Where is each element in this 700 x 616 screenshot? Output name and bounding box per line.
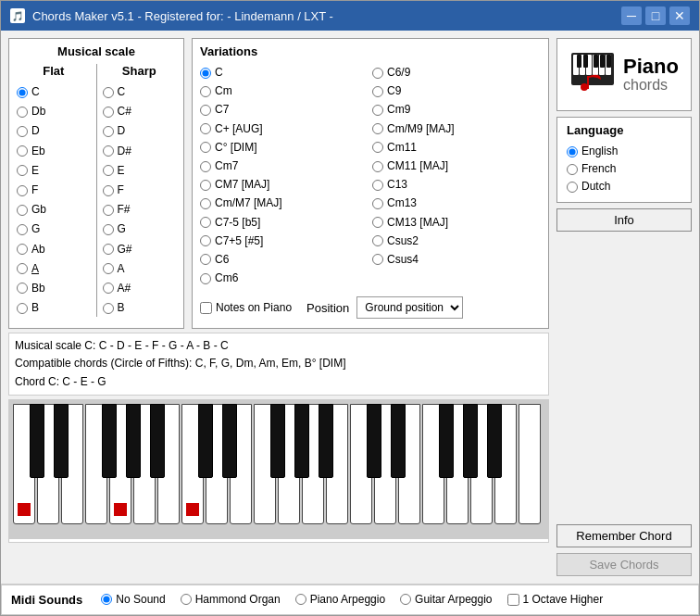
titlebar: 🎵 Chords Maker v5.1 - Registered for: - … xyxy=(1,1,699,31)
black-key-0[interactable] xyxy=(30,404,44,478)
titlebar-controls: ─ □ ✕ xyxy=(621,6,690,25)
var-c7[interactable]: C7 xyxy=(200,101,369,119)
midi-guitar-arp[interactable]: Guitar Arpeggio xyxy=(400,591,492,609)
lang-dutch[interactable]: Dutch xyxy=(567,178,681,195)
black-key-4[interactable] xyxy=(126,404,141,478)
var-cm6[interactable]: Cm6 xyxy=(200,270,369,287)
black-key-8[interactable] xyxy=(222,404,237,478)
piano-logo-big: Piano xyxy=(623,57,679,77)
sharp-d[interactable]: D xyxy=(103,122,177,140)
piano-logo-small: chords xyxy=(623,77,679,94)
variations-footer: Notes on Piano Position Ground position … xyxy=(200,293,541,322)
remember-chord-button[interactable]: Remember Chord xyxy=(556,524,692,547)
black-key-19[interactable] xyxy=(487,404,502,478)
sharp-as[interactable]: A# xyxy=(103,280,177,297)
minimize-button[interactable]: ─ xyxy=(621,6,642,25)
midi-hammond[interactable]: Hammond Organ xyxy=(181,591,281,609)
variations-box: Variations C Cm C7 C+ [AUG] C° [DIM] Cm7… xyxy=(192,38,549,329)
sharp-ds[interactable]: D# xyxy=(103,143,177,160)
info-button[interactable]: Info xyxy=(556,208,692,232)
flat-ab[interactable]: Ab xyxy=(17,241,91,258)
var-cmm9[interactable]: Cm/M9 [MAJ] xyxy=(372,120,541,138)
var-c7b5[interactable]: C7-5 [b5] xyxy=(200,214,369,232)
var-cmaj13[interactable]: CM13 [MAJ] xyxy=(372,214,541,232)
var-caug[interactable]: C+ [AUG] xyxy=(200,120,369,138)
var-cmm7[interactable]: Cm/M7 [MAJ] xyxy=(200,195,369,212)
musical-scale-title: Musical scale xyxy=(17,44,176,58)
sharp-g[interactable]: G xyxy=(103,220,177,238)
black-key-11[interactable] xyxy=(294,404,309,478)
var-csus4[interactable]: Csus4 xyxy=(372,251,541,269)
maximize-button[interactable]: □ xyxy=(645,6,666,25)
flat-bb[interactable]: Bb xyxy=(17,280,91,297)
var-cm11[interactable]: Cm11 xyxy=(372,139,541,157)
flat-gb[interactable]: Gb xyxy=(17,201,91,219)
midi-title: Midi Sounds xyxy=(11,593,82,607)
sharp-e[interactable]: E xyxy=(103,162,177,180)
var-c69[interactable]: C6/9 xyxy=(372,64,541,82)
sharp-b[interactable]: B xyxy=(103,299,177,317)
black-key-7[interactable] xyxy=(198,404,213,478)
lang-french[interactable]: French xyxy=(567,160,681,178)
var-cm7[interactable]: Cm7 xyxy=(200,157,369,175)
flat-b[interactable]: B xyxy=(17,299,91,317)
sharp-a[interactable]: A xyxy=(103,260,177,278)
black-key-12[interactable] xyxy=(319,404,333,478)
midi-piano-arp[interactable]: Piano Arpeggio xyxy=(295,591,385,609)
black-key-17[interactable] xyxy=(439,404,454,478)
flat-g[interactable]: G xyxy=(17,220,91,238)
flat-f[interactable]: F xyxy=(17,182,91,199)
var-cm9[interactable]: Cm9 xyxy=(372,101,541,119)
top-panel-row: Musical scale Flat C Db D Eb E F Gb G xyxy=(8,38,549,329)
window-title: Chords Maker v5.1 - Registered for: - Li… xyxy=(32,9,333,23)
black-key-15[interactable] xyxy=(391,404,406,478)
midi-no-sound[interactable]: No Sound xyxy=(101,591,165,609)
black-key-5[interactable] xyxy=(150,404,165,478)
sharp-cs[interactable]: C# xyxy=(103,103,177,120)
piano-logo-text: Piano chords xyxy=(623,57,679,94)
key-marker-7 xyxy=(186,503,199,516)
notes-on-piano-label: Notes on Piano xyxy=(216,301,292,314)
flat-a[interactable]: A xyxy=(17,260,91,278)
app-icon: 🎵 xyxy=(10,8,25,23)
var-cdim[interactable]: C° [DIM] xyxy=(200,139,369,157)
var-csus2[interactable]: Csus2 xyxy=(372,233,541,250)
lang-english[interactable]: English xyxy=(567,143,681,160)
info-area: Musical scale C: C - D - E - F - G - A -… xyxy=(8,333,549,396)
flat-db[interactable]: Db xyxy=(17,103,91,120)
titlebar-left: 🎵 Chords Maker v5.1 - Registered for: - … xyxy=(10,8,333,23)
flat-eb[interactable]: Eb xyxy=(17,143,91,160)
language-title: Language xyxy=(567,123,681,137)
black-key-18[interactable] xyxy=(463,404,478,478)
save-chords-button[interactable]: Save Chords xyxy=(556,553,692,576)
position-row: Position Ground position 1st inversion 2… xyxy=(306,293,463,322)
var-cmaj11[interactable]: CM11 [MAJ] xyxy=(372,157,541,175)
var-c9[interactable]: C9 xyxy=(372,82,541,100)
var-c13[interactable]: C13 xyxy=(372,176,541,194)
var-cmaj7[interactable]: CM7 [MAJ] xyxy=(200,176,369,194)
var-c7s5[interactable]: C7+5 [#5] xyxy=(200,233,369,250)
black-key-3[interactable] xyxy=(102,404,117,478)
black-key-10[interactable] xyxy=(270,404,285,478)
var-cm[interactable]: Cm xyxy=(200,82,369,100)
flat-d[interactable]: D xyxy=(17,122,91,140)
var-col-1: C Cm C7 C+ [AUG] C° [DIM] Cm7 CM7 [MAJ] … xyxy=(200,64,369,287)
notes-on-piano-check[interactable]: Notes on Piano xyxy=(200,301,292,314)
close-button[interactable]: ✕ xyxy=(669,6,690,25)
language-box: Language English French Dutch xyxy=(556,117,692,203)
position-select[interactable]: Ground position 1st inversion 2nd invers… xyxy=(356,296,463,319)
sharp-gs[interactable]: G# xyxy=(103,241,177,258)
octave-higher-check[interactable]: 1 Octave Higher xyxy=(507,593,604,606)
var-c[interactable]: C xyxy=(200,64,369,82)
flat-c[interactable]: C xyxy=(17,83,91,101)
var-c6[interactable]: C6 xyxy=(200,251,369,269)
flat-e[interactable]: E xyxy=(17,162,91,180)
black-key-1[interactable] xyxy=(54,404,69,478)
white-key-21[interactable] xyxy=(519,404,541,524)
sharp-fs[interactable]: F# xyxy=(103,201,177,219)
var-cm13[interactable]: Cm13 xyxy=(372,195,541,212)
sharp-c[interactable]: C xyxy=(103,83,177,101)
svg-rect-8 xyxy=(583,55,588,68)
sharp-f[interactable]: F xyxy=(103,182,177,199)
black-key-14[interactable] xyxy=(367,404,381,478)
